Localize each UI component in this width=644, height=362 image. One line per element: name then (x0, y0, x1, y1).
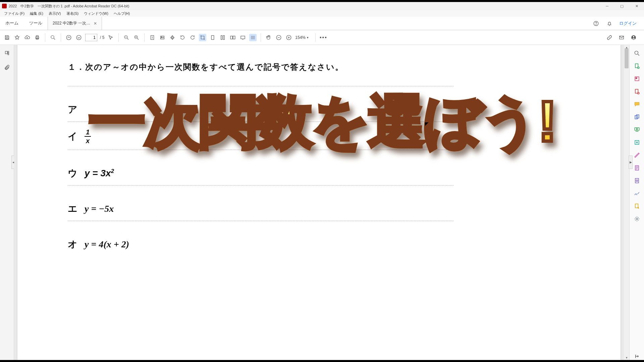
dotted-rule (68, 149, 453, 150)
svg-rect-26 (5, 51, 7, 54)
edit-pdf-icon[interactable] (633, 75, 641, 82)
upload-cloud-button[interactable] (23, 34, 31, 41)
svg-point-7 (66, 35, 71, 40)
search-tool-icon[interactable] (633, 50, 641, 57)
choice-a-label: ア (68, 103, 85, 116)
svg-rect-15 (212, 36, 214, 40)
hand-tool-button[interactable] (265, 34, 272, 41)
tab-home[interactable]: ホーム (0, 17, 24, 30)
attachments-panel-button[interactable] (3, 64, 11, 71)
right-rail-collapse-button[interactable]: ▶ (629, 156, 633, 169)
view-mode-button[interactable] (249, 34, 257, 41)
page-number-input[interactable] (85, 34, 97, 41)
menu-window[interactable]: ウィンドウ(W) (82, 10, 110, 17)
tab-close-icon[interactable]: ✕ (94, 21, 97, 26)
tab-document[interactable]: 2022 中2数学 一次… ✕ (48, 17, 102, 30)
rotate-ccw-button[interactable] (189, 34, 196, 41)
page-down-button[interactable] (75, 34, 83, 41)
window-title: 2022 中2数学 一次関数その 1 .pdf - Adobe Acrobat … (9, 4, 129, 9)
choice-d-equation: y = −5x (85, 203, 114, 214)
choice-e-label: オ (68, 238, 85, 251)
zoom-out-round-button[interactable] (275, 34, 282, 41)
menu-view[interactable]: 表示(V) (47, 10, 63, 17)
organize-pages-icon[interactable] (633, 126, 641, 133)
svg-point-43 (636, 180, 638, 182)
menu-edit[interactable]: 編集 (E) (28, 10, 45, 17)
choice-e-equation: y = 4(x + 2) (85, 239, 129, 250)
protect-pdf-icon[interactable] (633, 164, 641, 172)
close-button[interactable]: ✕ (629, 2, 644, 10)
two-page-button[interactable] (229, 34, 236, 41)
svg-point-29 (635, 51, 638, 54)
document-viewport[interactable]: １．次のア～オの中から一次関数をすべて選んで記号で答えなさい。 ア イ 1x ウ… (14, 45, 629, 360)
zoom-out-button[interactable] (123, 34, 130, 41)
minimize-button[interactable]: ─ (600, 2, 614, 10)
chevron-down-icon: ▾ (307, 36, 309, 39)
page-up-button[interactable] (65, 34, 72, 41)
fit-width-button[interactable] (159, 34, 166, 41)
combine-files-icon[interactable] (633, 113, 641, 121)
vertical-scrollbar[interactable]: ▴ ▾ (624, 45, 629, 360)
zoom-in-button[interactable] (133, 34, 140, 41)
comment-icon[interactable] (633, 101, 641, 108)
svg-rect-38 (635, 128, 637, 130)
page-display-button[interactable] (169, 34, 176, 41)
print-button[interactable] (34, 34, 41, 41)
share-link-button[interactable] (606, 34, 613, 41)
more-tools-icon[interactable] (633, 215, 641, 223)
selection-tool-button[interactable] (107, 34, 114, 41)
expand-tools-icon[interactable] (633, 353, 641, 360)
account-button[interactable] (630, 34, 637, 41)
svg-rect-4 (36, 36, 38, 37)
toolbar: / 5 154% ▾ ••• (0, 30, 644, 45)
choice-c-label: ウ (68, 167, 85, 180)
choice-c: ウ y = 3x2 (68, 167, 570, 180)
fit-page-button[interactable] (149, 34, 156, 41)
single-page-button[interactable] (209, 34, 216, 41)
scroll-down-arrow[interactable]: ▾ (624, 355, 629, 360)
svg-rect-18 (231, 36, 233, 39)
window-titlebar: 2022 中2数学 一次関数その 1 .pdf - Adobe Acrobat … (0, 0, 644, 10)
svg-rect-44 (635, 204, 638, 208)
save-button[interactable] (3, 34, 11, 41)
question-text: １．次のア～オの中から一次関数をすべて選んで記号で答えなさい。 (68, 62, 570, 72)
svg-rect-17 (223, 36, 225, 40)
menu-file[interactable]: ファイル (F) (2, 10, 26, 17)
dotted-rule (68, 121, 453, 122)
fill-sign-icon[interactable] (633, 177, 641, 184)
tab-document-label: 2022 中2数学 一次… (53, 20, 90, 26)
left-navigation-rail: ◀ (0, 45, 14, 360)
redact-icon[interactable] (633, 152, 641, 159)
choice-d-label: エ (68, 202, 85, 215)
login-link[interactable]: ログイン (619, 20, 637, 26)
svg-rect-16 (221, 36, 222, 40)
sign-icon[interactable] (633, 190, 641, 197)
crop-button[interactable] (199, 34, 206, 41)
more-tools-button[interactable]: ••• (320, 34, 327, 41)
choice-d: エ y = −5x (68, 202, 570, 215)
page-total-label: / 5 (100, 35, 104, 40)
choice-b-equation: 1x (85, 129, 91, 144)
export-pdf-icon[interactable] (633, 62, 641, 70)
zoom-level-dropdown[interactable]: 154% ▾ (295, 35, 311, 40)
tab-tools[interactable]: ツール (24, 17, 48, 30)
find-button[interactable] (49, 34, 57, 41)
menu-sign[interactable]: 署名(S) (64, 10, 81, 17)
send-for-comments-icon[interactable] (633, 202, 641, 210)
star-button[interactable] (13, 34, 21, 41)
content-area: ◀ １．次のア～オの中から一次関数をすべて選んで記号で答えなさい。 ア イ 1x… (0, 45, 644, 360)
help-button[interactable] (592, 20, 600, 27)
compress-pdf-icon[interactable] (633, 139, 641, 146)
zoom-in-round-button[interactable] (285, 34, 292, 41)
rotate-cw-button[interactable] (179, 34, 186, 41)
maximize-button[interactable]: ▢ (614, 2, 629, 10)
menu-help[interactable]: ヘルプ(H) (112, 10, 132, 17)
create-pdf-icon[interactable] (633, 88, 641, 95)
notifications-button[interactable] (606, 20, 613, 27)
thumbnails-panel-button[interactable] (3, 50, 11, 57)
email-button[interactable] (618, 34, 625, 41)
scrolling-button[interactable] (219, 34, 226, 41)
read-mode-button[interactable] (239, 34, 247, 41)
svg-rect-27 (8, 51, 9, 53)
scroll-thumb[interactable] (625, 48, 629, 68)
